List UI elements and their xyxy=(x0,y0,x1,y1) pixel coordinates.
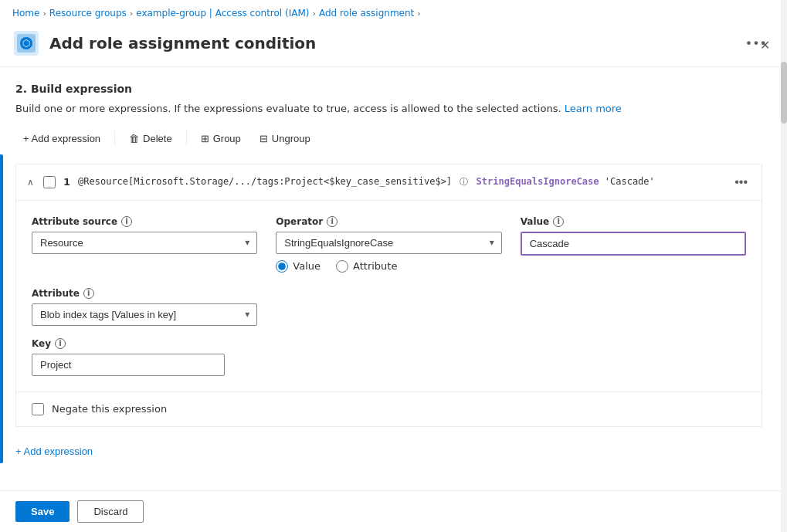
form-row-2: Attribute i Blob index tags [Values in k… xyxy=(32,288,746,326)
expression-checkbox[interactable] xyxy=(43,176,56,188)
breadcrumb-add-role[interactable]: Add role assignment xyxy=(319,8,414,19)
value-info-icon: i xyxy=(553,216,564,227)
add-expression-link-label: + Add expression xyxy=(15,446,93,457)
footer: Save Discard xyxy=(0,490,787,532)
form-row-1: Attribute source i Resource Request Envi… xyxy=(32,216,746,273)
value-col-spacer xyxy=(521,288,746,326)
value-col: Value i Cascade xyxy=(521,216,746,273)
attribute-source-col: Attribute source i Resource Request Envi… xyxy=(32,216,257,273)
section-title-text: Build expression xyxy=(31,83,132,95)
breadcrumb-home[interactable]: Home xyxy=(12,8,39,19)
more-icon: ••• xyxy=(734,175,748,188)
expression-form: Attribute source i Resource Request Envi… xyxy=(16,201,762,391)
operator-col: Operator i StringEqualsIgnoreCase String… xyxy=(276,216,501,273)
breadcrumb: Home › Resource groups › example-group |… xyxy=(0,0,787,23)
attribute-select[interactable]: Blob index tags [Values in key] Blob ind… xyxy=(32,303,257,326)
attribute-source-label: Attribute source i xyxy=(32,216,257,227)
scrollbar[interactable] xyxy=(781,0,787,532)
negate-label[interactable]: Negate this expression xyxy=(52,403,167,415)
close-button[interactable]: ✕ xyxy=(755,33,775,57)
panel-header: ⬡ Add role assignment condition ••• ✕ xyxy=(0,23,787,67)
expression-number: 1 xyxy=(63,176,70,188)
attribute-source-select[interactable]: Resource Request Environment xyxy=(32,232,257,254)
value-input[interactable]: Cascade xyxy=(521,232,746,256)
close-icon: ✕ xyxy=(760,38,770,53)
info-circle-icon: ⓘ xyxy=(460,177,468,187)
condition-icon: ⬡ xyxy=(12,29,40,57)
section-description: Build one or more expressions. If the ex… xyxy=(15,101,762,117)
attribute-source-info-icon: i xyxy=(121,216,132,227)
attribute-info-icon: i xyxy=(83,288,94,299)
attribute-col: Attribute i Blob index tags [Values in k… xyxy=(32,288,257,326)
attribute-radio[interactable] xyxy=(336,260,348,273)
discard-button[interactable]: Discard xyxy=(77,500,144,523)
breadcrumb-sep-1: › xyxy=(42,8,46,19)
key-input[interactable]: Project xyxy=(32,354,225,376)
negate-section: Negate this expression xyxy=(16,391,762,426)
delete-button[interactable]: 🗑 Delete xyxy=(121,129,180,148)
group-label: Group xyxy=(213,133,241,144)
value-radio[interactable] xyxy=(276,260,288,273)
svg-text:⬡: ⬡ xyxy=(22,38,30,49)
operator-info-icon: i xyxy=(327,216,338,227)
operator-col-spacer xyxy=(276,288,501,326)
expression-code: @Resource[Microsoft.Storage/.../tags:Pro… xyxy=(78,176,722,188)
breadcrumb-resource-groups[interactable]: Resource groups xyxy=(49,8,127,19)
main-window: Home › Resource groups › example-group |… xyxy=(0,0,787,532)
breadcrumb-sep-3: › xyxy=(312,8,315,19)
add-expression-link-button[interactable]: + Add expression xyxy=(15,439,93,463)
operator-select-wrapper: StringEqualsIgnoreCase StringEquals Stri… xyxy=(276,232,501,254)
learn-more-link[interactable]: Learn more xyxy=(565,103,622,114)
value-label-text: Value xyxy=(521,216,550,227)
group-button[interactable]: ⊞ Group xyxy=(193,129,249,148)
key-label: Key i xyxy=(32,338,257,349)
blue-accent-bar xyxy=(0,154,3,463)
key-col: Key i Project xyxy=(32,338,257,376)
operator-highlight: StringEqualsIgnoreCase xyxy=(477,176,599,187)
value-text: 'Cascade' xyxy=(605,176,655,187)
attribute-select-wrapper: Blob index tags [Values in key] Blob ind… xyxy=(32,303,257,326)
toolbar: + Add expression 🗑 Delete ⊞ Group ⊟ Ungr… xyxy=(15,129,762,148)
negate-checkbox[interactable] xyxy=(32,403,44,415)
attribute-radio-text: Attribute xyxy=(353,260,397,272)
attribute-source-select-wrapper: Resource Request Environment xyxy=(32,232,257,254)
collapse-icon: ∧ xyxy=(27,177,34,188)
expression-block-1: ∧ 1 @Resource[Microsoft.Storage/.../tags… xyxy=(15,164,762,427)
delete-label: Delete xyxy=(143,133,172,144)
value-label: Value i xyxy=(521,216,746,227)
section-title: 2. Build expression xyxy=(15,83,762,95)
expression-header: ∧ 1 @Resource[Microsoft.Storage/.../tags… xyxy=(16,164,762,201)
collapse-button[interactable]: ∧ xyxy=(25,175,36,189)
expression-more-button[interactable]: ••• xyxy=(730,172,752,192)
key-label-text: Key xyxy=(32,338,51,349)
operator-label-text: Operator xyxy=(276,216,323,227)
ungroup-icon: ⊟ xyxy=(260,133,268,144)
code-text: @Resource[Microsoft.Storage/.../tags:Pro… xyxy=(78,176,452,187)
save-button[interactable]: Save xyxy=(15,501,70,522)
value-radio-label[interactable]: Value xyxy=(276,260,321,273)
panel-title: Add role assignment condition xyxy=(49,34,733,53)
attribute-source-label-text: Attribute source xyxy=(32,216,117,227)
breadcrumb-example-group[interactable]: example-group | Access control (IAM) xyxy=(136,8,309,19)
value-radio-text: Value xyxy=(293,260,321,272)
delete-icon: 🗑 xyxy=(129,133,139,144)
attribute-label: Attribute i xyxy=(32,288,257,299)
ungroup-label: Ungroup xyxy=(272,133,310,144)
toolbar-divider-2 xyxy=(186,130,187,146)
key-info-icon: i xyxy=(55,338,66,349)
row3-col2-spacer xyxy=(276,338,501,376)
add-expression-toolbar-button[interactable]: + Add expression xyxy=(15,129,108,148)
row3-col3-spacer xyxy=(521,338,746,376)
toolbar-divider-1 xyxy=(114,130,115,146)
ungroup-button[interactable]: ⊟ Ungroup xyxy=(252,129,318,148)
scroll-thumb[interactable] xyxy=(781,62,787,124)
attribute-radio-label[interactable]: Attribute xyxy=(336,260,397,273)
value-type-radio-group: Value Attribute xyxy=(276,260,501,273)
section-number: 2. xyxy=(15,83,27,95)
main-content: 2. Build expression Build one or more ex… xyxy=(0,67,781,490)
operator-label: Operator i xyxy=(276,216,501,227)
group-icon: ⊞ xyxy=(201,133,209,144)
breadcrumb-sep-2: › xyxy=(130,8,133,19)
section-desc-text: Build one or more expressions. If the ex… xyxy=(15,103,561,114)
operator-select[interactable]: StringEqualsIgnoreCase StringEquals Stri… xyxy=(276,232,501,254)
